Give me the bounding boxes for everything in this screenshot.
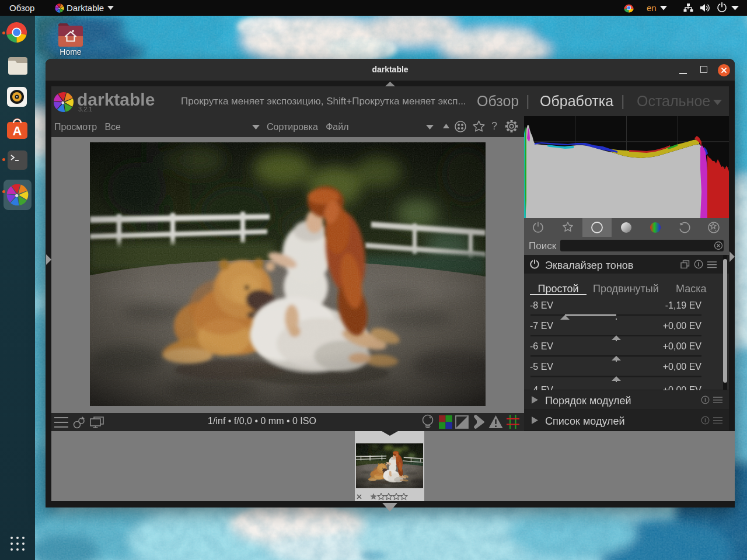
svg-text:A: A [13, 124, 22, 138]
